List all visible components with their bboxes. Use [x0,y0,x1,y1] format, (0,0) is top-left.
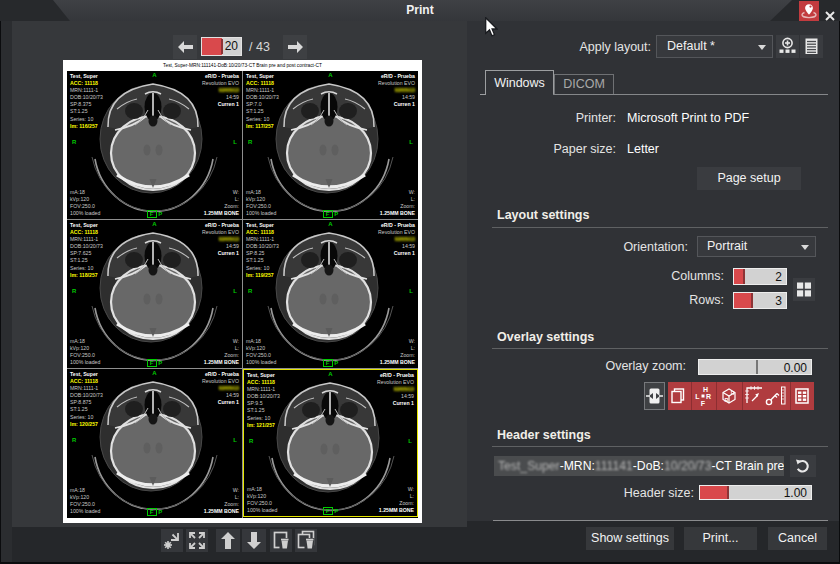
svg-text:L: L [695,393,700,400]
svg-text:R: R [706,393,711,400]
svg-text:F: F [701,400,706,407]
svg-text:R: R [731,390,735,396]
svg-text:R: R [725,397,729,403]
